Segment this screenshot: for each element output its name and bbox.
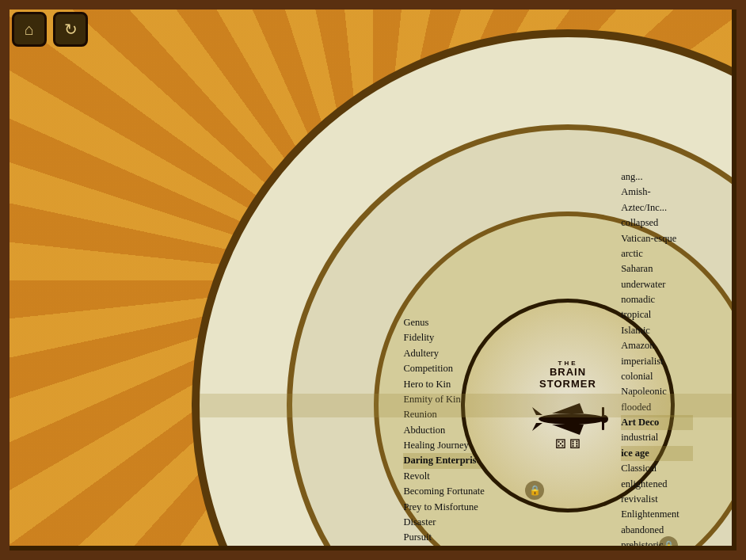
- item-amazon: Amazon: [621, 338, 693, 353]
- middle-ring-text: ang... Amish- Aztec/Inc... collapsed Vat…: [621, 170, 693, 560]
- outer-ring[interactable]: insects outhouse bowling alley witch ice…: [192, 29, 746, 560]
- item-industrial: industrial: [621, 430, 693, 445]
- item-revivalist: revivalist: [621, 492, 693, 507]
- item-enlightenment: Enlightenment: [621, 507, 693, 522]
- item-imperialist: imperialist: [621, 354, 693, 369]
- item-classical: Classical: [621, 461, 693, 476]
- svg-marker-4: [532, 423, 542, 431]
- item-aztec: Aztec/Inc...: [621, 200, 693, 215]
- middle-ring[interactable]: ang... Amish- Aztec/Inc... collapsed Vat…: [287, 124, 746, 560]
- item-collapsed: collapsed: [621, 215, 693, 230]
- item-pursuit: Pursuit: [403, 530, 488, 545]
- highlight-strip: [200, 394, 746, 417]
- item-abandoned: abandoned: [621, 523, 693, 538]
- lock-icon-1[interactable]: 🔒: [525, 481, 544, 500]
- item-enlightened: enlightened: [621, 477, 693, 492]
- item-genus: Genus: [403, 315, 488, 330]
- item-vatican-esque: Vatican-esque: [621, 231, 693, 246]
- item-ang: ang...: [621, 170, 693, 185]
- item-fidelity: Fidelity: [403, 330, 488, 345]
- item-tropical: tropical: [621, 307, 693, 322]
- item-amish: Amish-: [621, 185, 693, 200]
- right-border: [732, 0, 746, 560]
- home-icon: ⌂: [25, 21, 34, 39]
- item-underwater: underwater: [621, 277, 693, 292]
- brainstormer-wheel[interactable]: insects outhouse bowling alley witch ice…: [192, 29, 746, 560]
- item-colonial: colonial: [621, 369, 693, 384]
- item-islamic: Islamic: [621, 323, 693, 338]
- logo-title: BRAINSTORMER: [539, 367, 596, 390]
- refresh-icon: ↻: [64, 20, 78, 39]
- item-prey-to-misfortune: Prey to Misfortune: [403, 500, 488, 515]
- item-ice-age: ice age: [621, 446, 693, 461]
- nav-buttons: ⌂ ↻: [12, 12, 88, 47]
- home-button[interactable]: ⌂: [12, 12, 47, 47]
- bottom-border: [0, 546, 746, 560]
- logo-dice: ⚄ ⚅: [555, 436, 580, 451]
- item-arctic: arctic: [621, 246, 693, 261]
- item-nomadic: nomadic: [621, 292, 693, 307]
- svg-rect-7: [602, 421, 604, 430]
- item-revolt: Revolt: [403, 469, 488, 484]
- item-saharan: Saharan: [621, 261, 693, 276]
- item-disaster: Disaster: [403, 515, 488, 530]
- item-becoming-fortunate: Becoming Fortunate: [403, 484, 488, 499]
- refresh-button[interactable]: ↻: [53, 12, 88, 47]
- svg-marker-2: [552, 425, 584, 435]
